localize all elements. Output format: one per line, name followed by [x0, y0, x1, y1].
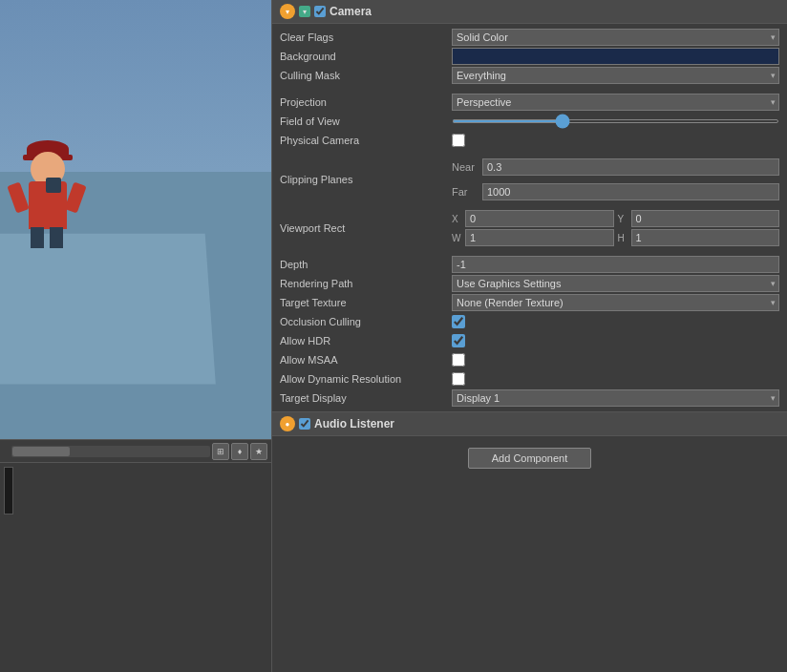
- clear-flags-value: Solid Color Skybox Depth only Don't Clea…: [452, 29, 779, 46]
- h-label: H: [618, 233, 627, 243]
- allow-dynamic-resolution-value: [452, 372, 779, 386]
- viewport-rows: X Y W H: [452, 210, 779, 246]
- physical-camera-label: Physical Camera: [280, 135, 452, 146]
- rendering-path-label: Rendering Path: [280, 278, 452, 289]
- w-input[interactable]: [465, 229, 614, 246]
- scrollbar-thumb[interactable]: [12, 447, 70, 456]
- culling-mask-dropdown[interactable]: Everything Nothing Default: [452, 67, 779, 84]
- add-component-button[interactable]: Add Component: [468, 448, 592, 469]
- projection-dropdown-wrap[interactable]: Perspective Orthographic: [452, 94, 779, 111]
- allow-msaa-label: Allow MSAA: [280, 354, 452, 366]
- target-display-label: Target Display: [280, 392, 452, 404]
- allow-msaa-value: [452, 353, 779, 367]
- section-gap-3: [272, 201, 787, 209]
- allow-msaa-row: Allow MSAA: [272, 350, 787, 369]
- lower-left-content: [4, 467, 267, 514]
- camera-enabled-checkbox[interactable]: [314, 6, 326, 17]
- camera-title: Camera: [330, 5, 372, 18]
- viewport-rect-label: Viewport Rect: [280, 222, 452, 234]
- allow-dynamic-resolution-row: Allow Dynamic Resolution: [272, 369, 787, 388]
- h-input[interactable]: [631, 229, 780, 246]
- section-gap-4: [272, 247, 787, 255]
- x-label: X: [452, 214, 461, 224]
- xy-row-2: W H: [452, 229, 779, 246]
- char-body: [29, 181, 67, 229]
- culling-mask-dropdown-wrap[interactable]: Everything Nothing Default: [452, 67, 779, 84]
- near-line: Near: [452, 158, 779, 176]
- rendering-path-dropdown-wrap[interactable]: Use Graphics Settings Forward Deferred: [452, 275, 779, 292]
- allow-dynamic-resolution-label: Allow Dynamic Resolution: [280, 373, 452, 385]
- allow-hdr-value: [452, 334, 779, 347]
- clear-flags-row: Clear Flags Solid Color Skybox Depth onl…: [272, 28, 787, 47]
- audio-listener-checkbox[interactable]: [299, 418, 310, 430]
- target-texture-dropdown[interactable]: None (Render Texture): [452, 294, 779, 311]
- camera-properties: Clear Flags Solid Color Skybox Depth onl…: [272, 24, 787, 411]
- rendering-path-row: Rendering Path Use Graphics Settings For…: [272, 274, 787, 293]
- depth-input[interactable]: [452, 256, 779, 273]
- target-texture-row: Target Texture None (Render Texture): [272, 293, 787, 312]
- clipping-planes-row: Clipping Planes Near Far: [272, 158, 787, 201]
- section-gap-2: [272, 150, 787, 158]
- target-texture-dropdown-wrap[interactable]: None (Render Texture): [452, 294, 779, 311]
- audio-listener-title: Audio Listener: [314, 417, 394, 430]
- allow-hdr-row: Allow HDR: [272, 331, 787, 350]
- audio-listener-icon: ●: [280, 416, 295, 431]
- lower-left-panel: [0, 462, 271, 672]
- occlusion-culling-checkbox[interactable]: [452, 315, 465, 328]
- fov-label: Field of View: [280, 116, 452, 127]
- horizontal-scrollbar[interactable]: [11, 446, 210, 457]
- background-row: Background: [272, 47, 787, 66]
- dark-block: [4, 467, 13, 514]
- physical-camera-row: Physical Camera: [272, 131, 787, 150]
- target-display-dropdown[interactable]: Display 1 Display 2 Display 3: [452, 389, 779, 407]
- near-input[interactable]: [482, 158, 779, 176]
- main-layout: ⊞ ♦ ★ ▾ ▾ Camera Clear Flags: [0, 0, 787, 672]
- scene-platform: [0, 234, 216, 385]
- physical-camera-checkbox[interactable]: [452, 134, 465, 147]
- fov-slider[interactable]: [452, 119, 779, 123]
- star-icon[interactable]: ★: [250, 443, 267, 460]
- projection-value: Perspective Orthographic: [452, 94, 779, 111]
- x-input[interactable]: [465, 210, 614, 227]
- layout-icon[interactable]: ⊞: [212, 443, 229, 460]
- y-input[interactable]: [631, 210, 780, 227]
- char-emblem: [46, 178, 61, 193]
- y-label: Y: [618, 214, 627, 224]
- clipping-planes-value: Near Far: [452, 158, 779, 200]
- depth-row: Depth: [272, 255, 787, 274]
- viewport-rect-row: Viewport Rect X Y W H: [272, 209, 787, 247]
- depth-value: [452, 256, 779, 273]
- xy-row-1: X Y: [452, 210, 779, 227]
- clear-flags-dropdown-wrap[interactable]: Solid Color Skybox Depth only Don't Clea…: [452, 29, 779, 46]
- far-label: Far: [452, 186, 479, 198]
- bookmark-icon[interactable]: ♦: [231, 443, 248, 460]
- allow-hdr-label: Allow HDR: [280, 335, 452, 346]
- near-label: Near: [452, 161, 479, 173]
- target-texture-value: None (Render Texture): [452, 294, 779, 311]
- audio-listener-header: ● Audio Listener: [272, 411, 787, 436]
- projection-row: Projection Perspective Orthographic: [272, 93, 787, 112]
- far-input[interactable]: [482, 183, 779, 200]
- target-texture-label: Target Texture: [280, 297, 452, 308]
- w-label: W: [452, 233, 461, 243]
- clear-flags-dropdown[interactable]: Solid Color Skybox Depth only Don't Clea…: [452, 29, 779, 46]
- background-color-swatch[interactable]: [452, 48, 779, 65]
- projection-dropdown[interactable]: Perspective Orthographic: [452, 94, 779, 111]
- background-label: Background: [280, 51, 452, 62]
- camera-arrow-icon: ▾: [299, 6, 310, 17]
- left-panel: ⊞ ♦ ★: [0, 0, 271, 672]
- camera-component-icon: ▾: [280, 4, 295, 19]
- target-display-dropdown-wrap[interactable]: Display 1 Display 2 Display 3: [452, 389, 779, 407]
- character: [19, 143, 76, 248]
- fov-value: [452, 119, 779, 123]
- inspector-panel[interactable]: ▾ ▾ Camera Clear Flags Solid Color Skybo…: [271, 0, 787, 672]
- allow-hdr-checkbox[interactable]: [452, 334, 465, 347]
- camera-component-header: ▾ ▾ Camera: [272, 0, 787, 24]
- rendering-path-dropdown[interactable]: Use Graphics Settings Forward Deferred: [452, 275, 779, 292]
- culling-mask-label: Culling Mask: [280, 70, 452, 81]
- allow-dynamic-resolution-checkbox[interactable]: [452, 372, 465, 386]
- projection-label: Projection: [280, 96, 452, 108]
- allow-msaa-checkbox[interactable]: [452, 353, 465, 367]
- scene-view: [0, 0, 271, 439]
- char-leg-right: [50, 227, 63, 248]
